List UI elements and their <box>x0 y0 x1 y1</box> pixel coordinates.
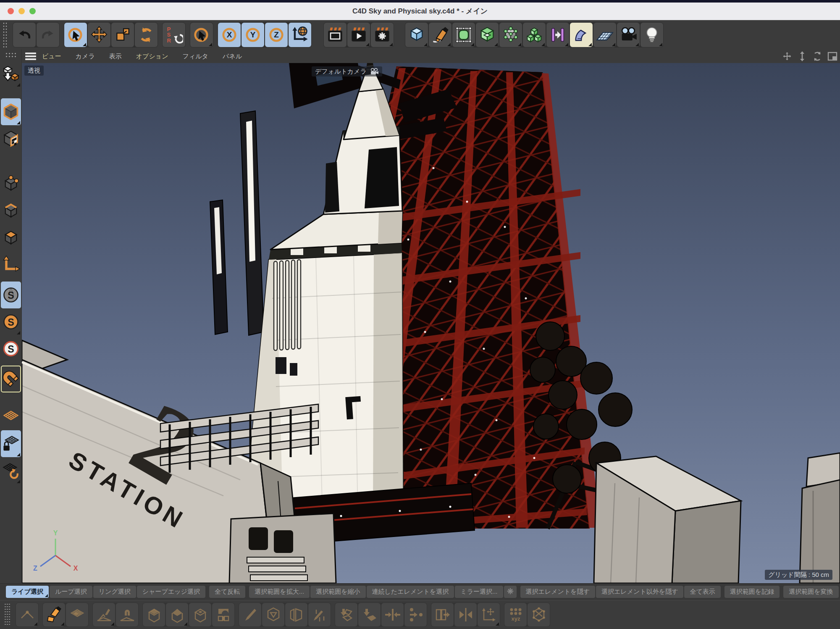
viewport-menu-icon[interactable] <box>25 53 36 60</box>
split-button[interactable] <box>285 603 307 626</box>
snap-settings-button[interactable]: S <box>1 335 21 362</box>
matrix-extrude-button[interactable] <box>166 603 188 626</box>
psr-rotate-button[interactable]: P S R <box>163 23 185 47</box>
axis-mode-button[interactable] <box>1 251 21 278</box>
menu-camera[interactable]: カメラ <box>76 53 95 61</box>
mirror-select-settings-button[interactable] <box>504 586 517 598</box>
render-settings-button[interactable] <box>371 23 394 47</box>
set-point-position-button[interactable] <box>404 603 427 626</box>
ring-select-button[interactable]: リング選択 <box>93 586 136 598</box>
selection-dropdown-button[interactable] <box>190 23 213 47</box>
arc-tool-button[interactable] <box>16 603 38 626</box>
modeling-toolbar-drag-handle[interactable] <box>4 603 10 626</box>
polygons-mode-button[interactable] <box>1 224 21 251</box>
optimize-button[interactable] <box>528 603 550 626</box>
undo-button[interactable] <box>13 23 36 47</box>
lock-y-axis-button[interactable]: Y <box>242 23 264 47</box>
generators-button[interactable] <box>476 23 499 47</box>
flip-button[interactable] <box>454 603 477 626</box>
convert-selection-button[interactable]: 選択範囲を変換 <box>783 586 838 598</box>
enable-snap-button[interactable]: S <box>1 282 21 308</box>
menu-options[interactable]: オプション <box>136 53 168 61</box>
inner-extrude-button[interactable] <box>189 603 211 626</box>
deformers-button[interactable] <box>570 23 593 47</box>
render-picture-viewer-icon <box>349 26 368 44</box>
collapse-button[interactable] <box>335 603 357 626</box>
pan-view-icon[interactable] <box>782 51 792 61</box>
transform-group <box>64 22 158 47</box>
texture-mode-button[interactable] <box>1 125 21 152</box>
weld-button[interactable] <box>381 603 404 626</box>
store-selection-button[interactable]: 選択範囲を記録 <box>724 586 780 598</box>
mograph-cloner-button[interactable] <box>523 23 546 47</box>
move-button[interactable] <box>88 23 110 47</box>
selection-group-2: 全て反転 <box>209 586 245 598</box>
edges-mode-button[interactable] <box>1 197 21 224</box>
projection-label[interactable]: 透視 <box>24 66 44 76</box>
y-axis-letter: Y <box>250 30 256 39</box>
viewport-canvas[interactable]: 2 STATION <box>22 63 840 583</box>
loop-select-button[interactable]: ループ選択 <box>50 586 92 598</box>
y-axis-icon: Y <box>244 26 262 44</box>
quantize-button[interactable] <box>66 603 88 626</box>
orbit-view-icon[interactable] <box>812 51 822 61</box>
toolbar-drag-handle[interactable] <box>3 22 8 48</box>
subdivision-surface-button[interactable] <box>452 23 475 47</box>
scale-button[interactable] <box>111 23 134 47</box>
points-mode-button[interactable] <box>1 171 21 197</box>
rotate-button[interactable] <box>135 23 158 47</box>
menu-panel[interactable]: パネル <box>223 53 242 61</box>
workplane-rotate-button[interactable] <box>1 457 21 484</box>
shrink-selection-button[interactable]: 選択範囲を縮小 <box>310 586 365 598</box>
untriangulate-button[interactable] <box>262 603 284 626</box>
volume-button[interactable] <box>499 23 522 47</box>
extrude-button[interactable] <box>143 603 165 626</box>
surface-magnet-button[interactable] <box>116 603 138 626</box>
grow-selection-button[interactable]: 選択範囲を拡大... <box>249 586 310 598</box>
move-tool-button[interactable] <box>478 603 500 626</box>
polygon-pen-button[interactable] <box>43 603 65 626</box>
dissolve-button[interactable] <box>358 603 381 626</box>
menu-display[interactable]: 表示 <box>109 53 122 61</box>
camera-button[interactable] <box>617 23 640 47</box>
sharp-edge-select-button[interactable]: シャープエッジ選択 <box>137 586 205 598</box>
palette-drag-handle[interactable] <box>5 52 17 59</box>
make-editable-button[interactable] <box>1 61 21 87</box>
show-all-button[interactable]: 全て表示 <box>684 586 720 598</box>
lock-workplane-button[interactable] <box>1 430 21 457</box>
redo-button[interactable] <box>37 23 59 47</box>
floor-button[interactable] <box>593 23 616 47</box>
dolly-view-icon[interactable] <box>797 51 807 61</box>
lock-z-axis-button[interactable]: Z <box>265 23 288 47</box>
point-order-xyz-button[interactable]: xyz <box>504 603 527 626</box>
render-picture-viewer-button[interactable] <box>347 23 370 47</box>
bridge-button[interactable] <box>212 603 234 626</box>
select-connected-button[interactable]: 連続したエレメントを選択 <box>367 586 454 598</box>
sculpt-brush-button[interactable] <box>93 603 115 626</box>
live-selection-button[interactable] <box>64 23 87 47</box>
workplane-mode-button[interactable] <box>1 403 21 430</box>
live-select-button[interactable]: ライブ選択 <box>6 586 49 598</box>
mirror-select-button[interactable]: ミラー選択... <box>455 586 503 598</box>
snap-modes-button[interactable]: S <box>1 308 21 335</box>
lock-x-axis-button[interactable]: X <box>218 23 241 47</box>
invert-all-button[interactable]: 全て反転 <box>209 586 245 598</box>
menu-view[interactable]: ビュー <box>42 53 61 61</box>
hide-unselected-button[interactable]: 選択エレメント以外を隠す <box>596 586 683 598</box>
mirror-button[interactable] <box>431 603 454 626</box>
magnet-snap-button[interactable] <box>1 366 21 392</box>
fields-button[interactable] <box>546 23 569 47</box>
snap-letter: S <box>8 344 14 355</box>
line-cut-button[interactable] <box>308 603 331 626</box>
primitive-cube-button[interactable] <box>405 23 428 47</box>
coordinate-system-button[interactable] <box>289 23 311 47</box>
hide-selected-button[interactable]: 選択エレメントを隠す <box>520 586 595 598</box>
render-view-button[interactable] <box>324 23 346 47</box>
maximize-view-icon[interactable] <box>827 51 837 61</box>
spline-pen-button[interactable] <box>429 23 452 47</box>
camera-label[interactable]: デフォルトカメラ <box>312 66 382 76</box>
light-button[interactable] <box>640 23 663 47</box>
knife-button[interactable] <box>239 603 261 626</box>
menu-filter[interactable]: フィルタ <box>183 53 208 61</box>
model-mode-button[interactable] <box>1 98 21 125</box>
